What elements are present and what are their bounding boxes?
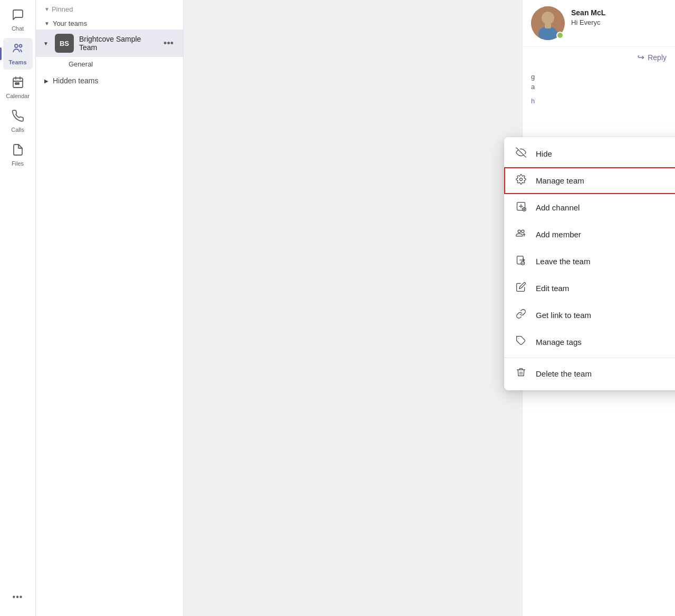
sidebar-item-calendar[interactable]: Calendar xyxy=(3,72,33,103)
right-panel-message-text: Hi Everyc xyxy=(571,18,667,26)
hidden-teams-label: Hidden teams xyxy=(53,76,98,85)
reply-button-area[interactable]: ↩ Reply xyxy=(523,47,675,68)
team-collapse-arrow: ▼ xyxy=(43,41,49,46)
your-teams-section[interactable]: ▼ Your teams xyxy=(36,15,183,30)
right-panel-avatar-wrapper xyxy=(531,6,565,40)
leave-icon xyxy=(515,255,527,268)
svg-point-9 xyxy=(520,178,523,181)
sidebar-item-calendar-label: Calendar xyxy=(6,93,30,99)
sidebar-item-calls-label: Calls xyxy=(11,127,24,133)
files-icon xyxy=(12,143,24,158)
gear-icon xyxy=(515,174,527,187)
sidebar-item-files[interactable]: Files xyxy=(3,139,33,171)
team-item-brightcove[interactable]: ▼ BS Brightcove Sample Team ••• xyxy=(36,30,183,57)
team-avatar: BS xyxy=(55,34,74,53)
menu-item-delete-team-label: Delete the team xyxy=(536,369,592,378)
menu-item-delete-team[interactable]: Delete the team xyxy=(504,360,675,387)
chat-icon xyxy=(12,8,24,23)
more-icon: ••• xyxy=(13,593,23,601)
online-badge xyxy=(556,32,564,39)
calls-icon xyxy=(12,110,24,124)
reply-label: Reply xyxy=(648,53,667,62)
team-more-button[interactable]: ••• xyxy=(161,37,176,50)
team-name: Brightcove Sample Team xyxy=(79,35,156,52)
menu-item-edit-team[interactable]: Edit team xyxy=(504,275,675,302)
right-msg-a: a xyxy=(531,83,667,91)
hide-icon xyxy=(515,147,527,160)
teams-icon xyxy=(12,42,24,57)
your-teams-label: Your teams xyxy=(53,20,87,27)
add-member-icon xyxy=(515,228,527,241)
pinned-section: ▼ Pinned xyxy=(36,0,183,15)
menu-item-add-channel[interactable]: Add channel xyxy=(504,194,675,221)
calendar-icon xyxy=(12,76,24,91)
menu-item-hide-label: Hide xyxy=(536,149,552,158)
sidebar-item-teams[interactable]: Teams xyxy=(3,38,33,70)
teams-panel: ▼ Pinned ▼ Your teams ▼ BS Brightcove Sa… xyxy=(36,0,184,616)
trash-icon xyxy=(515,367,527,380)
sidebar-item-calls[interactable]: Calls xyxy=(3,105,33,137)
right-panel-link-text: h xyxy=(531,97,535,105)
sidebar-item-chat-label: Chat xyxy=(12,25,24,32)
sidebar-item-chat[interactable]: Chat xyxy=(3,4,33,36)
right-msg-g: g xyxy=(531,73,667,81)
svg-rect-24 xyxy=(545,23,551,28)
tag-icon xyxy=(515,335,527,349)
channel-item-general[interactable]: General xyxy=(36,57,183,71)
menu-item-leave-team-label: Leave the team xyxy=(536,257,590,266)
right-panel-message-row: Sean McL Hi Everyc xyxy=(523,0,675,47)
right-panel-message-info: Sean McL Hi Everyc xyxy=(571,6,667,26)
link-icon xyxy=(515,309,527,322)
menu-item-edit-team-label: Edit team xyxy=(536,284,569,293)
svg-rect-7 xyxy=(17,83,19,84)
menu-item-leave-team[interactable]: Leave the team xyxy=(504,248,675,275)
menu-item-add-member-label: Add member xyxy=(536,230,581,239)
sidebar-item-more[interactable]: ••• xyxy=(3,589,33,605)
pinned-arrow-icon: ▼ xyxy=(44,6,50,12)
menu-item-manage-team[interactable]: Manage team xyxy=(504,167,675,194)
add-channel-icon xyxy=(515,201,527,214)
context-menu: Hide Manage team xyxy=(504,137,675,390)
svg-rect-6 xyxy=(15,83,17,84)
pinned-label: Pinned xyxy=(52,5,73,13)
right-panel-extra-messages: g a xyxy=(523,68,675,94)
reply-icon: ↩ xyxy=(638,52,644,62)
menu-item-manage-team-label: Manage team xyxy=(536,176,584,185)
hidden-teams-arrow-icon: ▶ xyxy=(44,78,49,84)
menu-item-hide[interactable]: Hide xyxy=(504,140,675,167)
menu-item-get-link[interactable]: Get link to team xyxy=(504,302,675,329)
sidebar: Chat Teams Calendar xyxy=(0,0,36,616)
edit-icon xyxy=(515,282,527,295)
menu-item-manage-tags-label: Manage tags xyxy=(536,338,582,346)
right-panel-link-row: h xyxy=(523,94,675,108)
menu-item-get-link-label: Get link to team xyxy=(536,311,591,320)
svg-point-0 xyxy=(15,44,18,47)
channel-name: General xyxy=(69,60,93,68)
svg-point-22 xyxy=(542,12,554,24)
sidebar-item-teams-label: Teams xyxy=(8,59,26,65)
menu-item-add-member[interactable]: Add member xyxy=(504,221,675,248)
svg-point-1 xyxy=(19,45,22,47)
sidebar-item-files-label: Files xyxy=(12,160,24,167)
your-teams-arrow-icon: ▼ xyxy=(44,21,50,26)
menu-item-manage-tags[interactable]: Manage tags xyxy=(504,329,675,355)
menu-divider xyxy=(504,358,675,358)
menu-item-add-channel-label: Add channel xyxy=(536,203,580,212)
right-panel-sender-name: Sean McL xyxy=(571,8,667,17)
hidden-teams-section[interactable]: ▶ Hidden teams xyxy=(36,71,183,90)
